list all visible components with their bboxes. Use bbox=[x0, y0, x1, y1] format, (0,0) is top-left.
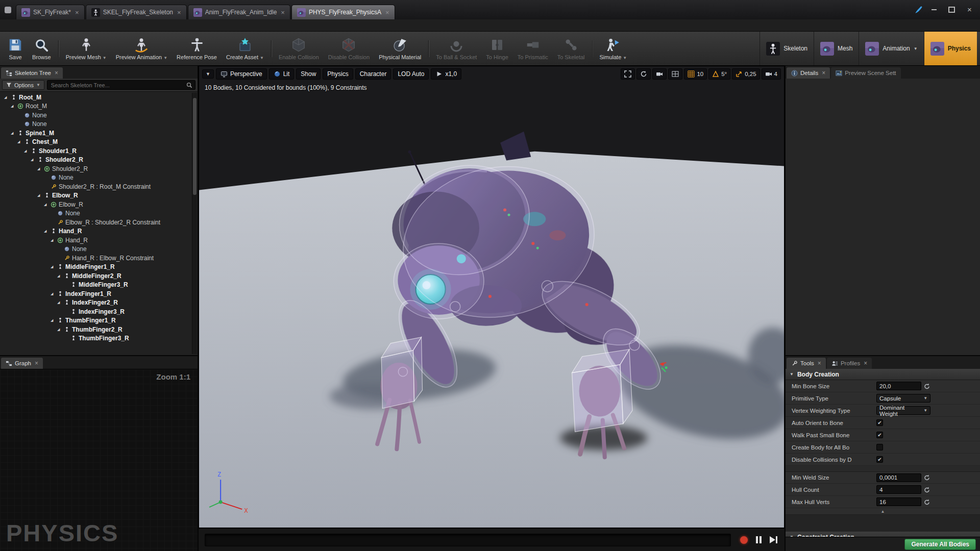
tree-row[interactable]: ◢ MiddleFinger1_R bbox=[0, 263, 191, 272]
viewport-snap-control[interactable] bbox=[621, 68, 635, 80]
property-input[interactable]: 4 bbox=[876, 485, 921, 494]
close-icon[interactable]: × bbox=[864, 360, 867, 367]
tree-row[interactable]: ◢ Elbow_R bbox=[0, 191, 191, 201]
advanced-properties-toggle[interactable]: ▲ bbox=[786, 508, 980, 515]
tree-row[interactable]: ◢ MiddleFinger2_R bbox=[0, 271, 191, 281]
viewport-button[interactable]: Physics bbox=[323, 68, 353, 80]
mode-button[interactable]: Mesh ▼ bbox=[814, 32, 859, 65]
expander-icon[interactable]: ◢ bbox=[44, 203, 48, 207]
viewport-snap-control[interactable] bbox=[636, 68, 651, 80]
minimize-button[interactable] bbox=[926, 4, 941, 15]
expander-icon[interactable]: ◢ bbox=[24, 149, 29, 153]
reset-to-default-icon[interactable] bbox=[923, 486, 930, 493]
tree-row[interactable]: ◢ None bbox=[0, 245, 191, 254]
close-icon[interactable]: × bbox=[281, 9, 285, 16]
property-checkbox[interactable] bbox=[876, 419, 883, 426]
chevron-down-icon[interactable]: ▼ bbox=[914, 46, 918, 51]
toolbar-button[interactable]: Preview Mesh▼ bbox=[61, 35, 111, 62]
pause-icon[interactable] bbox=[756, 536, 758, 543]
tree-row[interactable]: ◢ None bbox=[0, 120, 191, 129]
toolbar-button[interactable]: Disable Collision▼ bbox=[324, 35, 374, 62]
viewport-snap-control[interactable] bbox=[668, 68, 682, 80]
close-icon[interactable]: × bbox=[818, 360, 821, 367]
property-checkbox[interactable] bbox=[876, 432, 883, 438]
tree-row[interactable]: ◢ Shoulder2_R bbox=[0, 156, 191, 165]
body-creation-header[interactable]: ▼ Body Creation bbox=[786, 369, 980, 380]
generate-all-bodies-button[interactable]: Generate All Bodies bbox=[904, 539, 976, 550]
document-tab[interactable]: SK_FlyFreak* × bbox=[16, 5, 85, 19]
tree-row[interactable]: ◢ ThumbFinger3_R bbox=[0, 334, 191, 343]
search-input[interactable] bbox=[50, 82, 184, 89]
chevron-down-icon[interactable]: ▼ bbox=[260, 56, 264, 60]
tree-scrollbar[interactable] bbox=[192, 93, 197, 354]
close-icon[interactable]: × bbox=[55, 69, 58, 77]
viewport-snap-control[interactable]: 5° bbox=[708, 68, 730, 80]
tab-skeleton-tree[interactable]: Skeleton Tree × bbox=[1, 67, 63, 79]
expander-icon[interactable]: ◢ bbox=[31, 158, 35, 162]
reset-to-default-icon[interactable] bbox=[923, 498, 930, 506]
toolbar-button[interactable]: Physical Material▼ bbox=[374, 35, 426, 62]
tree-row[interactable]: ◢ Hand_R bbox=[0, 227, 191, 236]
toolbar-button[interactable]: Enable Collision▼ bbox=[274, 35, 324, 62]
tree-row[interactable]: ◢ Root_M bbox=[0, 93, 191, 102]
close-window-button[interactable]: × bbox=[962, 4, 977, 15]
property-input[interactable]: 16 bbox=[876, 497, 921, 506]
viewport-button[interactable]: Show bbox=[296, 68, 321, 80]
toolbar-button[interactable]: Save▼ bbox=[3, 35, 28, 62]
viewport-button[interactable]: Character bbox=[355, 68, 391, 80]
expander-icon[interactable]: ◢ bbox=[11, 104, 15, 108]
tree-row[interactable]: ◢ None bbox=[0, 209, 191, 218]
maximize-button[interactable] bbox=[944, 4, 959, 15]
expander-icon[interactable]: ◢ bbox=[57, 300, 62, 305]
viewport-snap-control[interactable] bbox=[652, 68, 667, 80]
toolbar-button[interactable]: Create Asset▼ bbox=[222, 35, 268, 62]
tree-row[interactable]: ◢ Shoulder2_R bbox=[0, 164, 191, 173]
tree-row[interactable]: ◢ Elbow_R bbox=[0, 200, 191, 209]
expander-icon[interactable]: ◢ bbox=[11, 131, 15, 135]
expander-icon[interactable]: ◢ bbox=[51, 318, 55, 322]
expander-icon[interactable]: ◢ bbox=[51, 292, 55, 296]
expander-icon[interactable]: ◢ bbox=[4, 95, 9, 99]
document-tab[interactable]: Anim_FlyFreak_Anim_Idle × bbox=[188, 5, 290, 19]
reset-to-default-icon[interactable] bbox=[923, 383, 930, 390]
tree-row[interactable]: ◢ Elbow_R : Shoulder2_R Constraint bbox=[0, 218, 191, 227]
tree-row[interactable]: ◢ Hand_R : Elbow_R Constraint bbox=[0, 254, 191, 263]
toolbar-button[interactable]: To Hinge▼ bbox=[481, 35, 512, 62]
tree-row[interactable]: ◢ MiddleFinger3_R bbox=[0, 281, 191, 290]
tree-row[interactable]: ◢ IndexFinger2_R bbox=[0, 298, 191, 308]
reset-to-default-icon[interactable] bbox=[923, 474, 930, 481]
chevron-down-icon[interactable]: ▼ bbox=[103, 56, 107, 60]
property-dropdown[interactable]: Dominant Weight▼ bbox=[876, 406, 930, 415]
tree-row[interactable]: ◢ IndexFinger1_R bbox=[0, 289, 191, 298]
expander-icon[interactable]: ◢ bbox=[51, 238, 55, 242]
tab-graph[interactable]: Graph × bbox=[1, 358, 43, 369]
tree-row[interactable]: ◢ Spine1_M bbox=[0, 129, 191, 138]
tree-row[interactable]: ◢ IndexFinger3_R bbox=[0, 307, 191, 316]
scrollbar-thumb[interactable] bbox=[193, 98, 197, 194]
options-button[interactable]: Options ▼ bbox=[2, 80, 44, 90]
tab-details[interactable]: Details × bbox=[787, 67, 830, 79]
timeline-scrubber[interactable] bbox=[205, 534, 731, 546]
close-icon[interactable]: × bbox=[177, 9, 181, 16]
expander-icon[interactable]: ◢ bbox=[57, 328, 62, 332]
viewport-3d-scene[interactable]: Z X bbox=[199, 66, 785, 528]
tree-row[interactable]: ◢ Hand_R bbox=[0, 236, 191, 245]
tree-row[interactable]: ◢ Root_M bbox=[0, 102, 191, 111]
mode-button[interactable]: Skeleton ▼ bbox=[760, 32, 814, 65]
close-icon[interactable]: × bbox=[385, 9, 389, 16]
chevron-down-icon[interactable]: ▼ bbox=[623, 56, 627, 60]
close-icon[interactable]: × bbox=[35, 360, 38, 367]
expander-icon[interactable]: ◢ bbox=[57, 274, 62, 278]
toolbar-button[interactable]: To Prismatic▼ bbox=[513, 35, 553, 62]
document-tab[interactable]: SKEL_FlyFreak_Skeleton × bbox=[86, 5, 187, 19]
property-checkbox[interactable] bbox=[876, 456, 883, 463]
viewport-snap-control[interactable]: 10 bbox=[684, 68, 707, 80]
tree-row[interactable]: ◢ Shoulder1_R bbox=[0, 146, 191, 156]
expander-icon[interactable]: ◢ bbox=[37, 167, 42, 171]
tree-row[interactable]: ◢ None bbox=[0, 173, 191, 183]
tree-row[interactable]: ◢ ThumbFinger2_R bbox=[0, 325, 191, 334]
viewport-button[interactable]: Perspective bbox=[216, 68, 267, 80]
viewport-button[interactable]: LOD Auto bbox=[393, 68, 429, 80]
property-dropdown[interactable]: Capsule▼ bbox=[876, 394, 930, 403]
toolbar-button[interactable]: Reference Pose▼ bbox=[172, 35, 222, 62]
